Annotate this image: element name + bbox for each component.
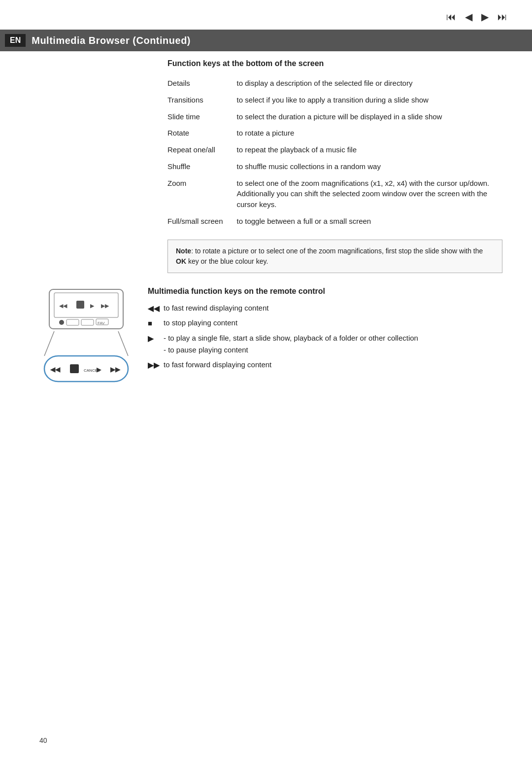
- note-box: Note: to rotate a picture or to select o…: [167, 240, 502, 273]
- forward-icon: ▶: [481, 11, 489, 23]
- svg-text:▶▶: ▶▶: [101, 303, 109, 309]
- function-key-name: Details: [39, 75, 227, 92]
- top-navigation: ⏮ ◀ ▶ ⏭: [446, 11, 507, 23]
- function-key-description: to select the duration a picture will be…: [227, 108, 502, 125]
- function-key-row: Full/small screento toggle between a ful…: [39, 213, 502, 230]
- function-key-name: Rotate: [39, 125, 227, 141]
- svg-point-6: [59, 320, 64, 325]
- function-key-row: Shuffleto shuffle music collections in a…: [39, 158, 502, 175]
- multimedia-list: ◀◀to fast rewind displaying content■to s…: [148, 303, 502, 371]
- svg-text:▶: ▶: [97, 366, 101, 373]
- multimedia-description: to fast rewind displaying content: [164, 303, 502, 314]
- function-keys-table: Detailsto display a description of the s…: [39, 75, 502, 230]
- svg-line-11: [44, 331, 54, 356]
- function-key-description: to select one of the zoom magnifications…: [227, 175, 502, 213]
- svg-rect-3: [76, 301, 84, 309]
- svg-text:▶: ▶: [90, 303, 95, 309]
- function-key-row: Slide timeto select the duration a pictu…: [39, 108, 502, 125]
- function-key-name: Repeat one/all: [39, 141, 227, 158]
- function-key-row: Zoomto select one of the zoom magnificat…: [39, 175, 502, 213]
- multimedia-icon: ▶▶: [148, 359, 164, 371]
- function-key-description: to toggle between a full or a small scre…: [227, 213, 502, 230]
- function-key-row: Transitionsto select if you like to appl…: [39, 92, 502, 108]
- list-item: ◀◀to fast rewind displaying content: [148, 303, 502, 314]
- multimedia-sub-description: - to pause playing content: [164, 345, 502, 355]
- svg-text:◀◀: ◀◀: [50, 366, 61, 373]
- multimedia-icon: ▶: [148, 333, 164, 344]
- svg-rect-15: [70, 364, 79, 373]
- skip-forward-icon: ⏭: [498, 11, 507, 23]
- function-key-description: to repeat the playback of a music file: [227, 141, 502, 158]
- remote-diagram: ◀◀ ▶ ▶▶ FAV ◀◀ CANCEL ▶ ▶▶: [39, 287, 133, 387]
- function-key-name: Transitions: [39, 92, 227, 108]
- list-item: ▶▶to fast forward displaying content: [148, 359, 502, 371]
- function-key-description: to select if you like to apply a transit…: [227, 92, 502, 108]
- rewind-icon: ◀: [465, 11, 472, 23]
- multimedia-description: to fast forward displaying content: [164, 359, 502, 370]
- svg-text:◀◀: ◀◀: [59, 303, 67, 309]
- page-title: Multimedia Browser (Continued): [32, 35, 191, 46]
- svg-rect-8: [81, 319, 94, 325]
- multimedia-description: - to play a single file, start a slide s…: [164, 333, 502, 355]
- list-item: ■to stop playing content: [148, 317, 502, 329]
- remote-svg: ◀◀ ▶ ▶▶ FAV ◀◀ CANCEL ▶ ▶▶: [39, 287, 133, 385]
- function-key-row: Detailsto display a description of the s…: [39, 75, 502, 92]
- main-content: Function keys at the bottom of the scree…: [39, 59, 502, 387]
- note-label: Note: to rotate a picture or to select o…: [176, 247, 483, 265]
- function-key-description: to display a description of the selected…: [227, 75, 502, 92]
- function-key-name: Zoom: [39, 175, 227, 213]
- multimedia-icon: ◀◀: [148, 303, 164, 314]
- function-key-row: Repeat one/allto repeat the playback of …: [39, 141, 502, 158]
- list-item: ▶- to play a single file, start a slide …: [148, 333, 502, 355]
- page-number: 40: [39, 736, 47, 744]
- multimedia-icon: ■: [148, 317, 164, 329]
- function-key-row: Rotateto rotate a picture: [39, 125, 502, 141]
- function-key-name: Shuffle: [39, 158, 227, 175]
- language-label: EN: [5, 34, 26, 47]
- svg-line-12: [118, 331, 128, 356]
- skip-back-icon: ⏮: [446, 11, 456, 23]
- multimedia-function-section: Multimedia function keys on the remote c…: [148, 287, 502, 375]
- function-keys-heading: Function keys at the bottom of the scree…: [167, 59, 502, 68]
- function-key-description: to shuffle music collections in a random…: [227, 158, 502, 175]
- header-bar: EN Multimedia Browser (Continued): [0, 30, 532, 51]
- svg-text:▶▶: ▶▶: [110, 366, 121, 373]
- svg-rect-7: [66, 319, 79, 325]
- function-key-name: Slide time: [39, 108, 227, 125]
- remote-section: ◀◀ ▶ ▶▶ FAV ◀◀ CANCEL ▶ ▶▶: [39, 287, 502, 387]
- multimedia-description: to stop playing content: [164, 317, 502, 328]
- function-key-name: Full/small screen: [39, 213, 227, 230]
- multimedia-heading: Multimedia function keys on the remote c…: [148, 287, 502, 296]
- function-key-description: to rotate a picture: [227, 125, 502, 141]
